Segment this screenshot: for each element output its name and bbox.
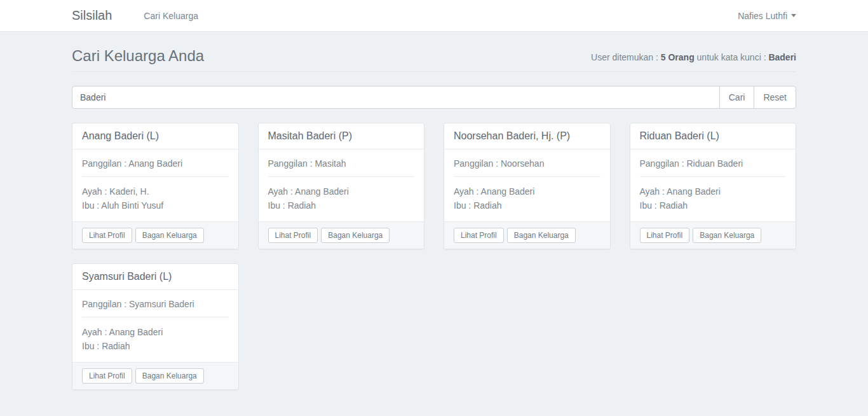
person-card-footer: Lihat Profil Bagan Keluarga (444, 221, 610, 249)
person-mother: Ibu : Radiah (268, 198, 415, 212)
result-count: 5 Orang (661, 52, 695, 62)
person-nickname: Panggilan : Anang Baderi (82, 158, 229, 169)
user-menu-label: Nafies Luthfi (738, 11, 787, 21)
page-header: Cari Keluarga Anda User ditemukan : 5 Or… (72, 32, 796, 65)
navbar: Silsilah Cari Keluarga Nafies Luthfi (0, 0, 868, 32)
person-card: Noorsehan Baderi, Hj. (P) Panggilan : No… (444, 123, 611, 249)
person-card-body: Panggilan : Masitah Ayah : Anang Baderi … (259, 149, 424, 221)
person-mother: Ibu : Aluh Binti Yusuf (82, 198, 229, 212)
person-father: Ayah : Anang Baderi (82, 325, 229, 339)
person-card-footer: Lihat Profil Bagan Keluarga (72, 221, 238, 249)
person-card-title: Riduan Baderi (L) (630, 123, 796, 149)
person-father: Ayah : Anang Baderi (268, 184, 415, 198)
bagan-keluarga-button[interactable]: Bagan Keluarga (321, 228, 390, 243)
person-card-footer: Lihat Profil Bagan Keluarga (630, 221, 796, 249)
bagan-keluarga-button[interactable]: Bagan Keluarga (507, 228, 576, 243)
results-grid: Anang Baderi (L) Panggilan : Anang Bader… (72, 123, 796, 390)
person-father: Ayah : Anang Baderi (454, 184, 600, 198)
person-card-body: Panggilan : Riduan Baderi Ayah : Anang B… (630, 149, 796, 221)
card-body-divider (640, 176, 787, 177)
person-nickname: Panggilan : Riduan Baderi (640, 158, 787, 169)
lihat-profil-button[interactable]: Lihat Profil (82, 368, 132, 384)
person-card: Riduan Baderi (L) Panggilan : Riduan Bad… (630, 123, 797, 249)
search-form: Cari Reset (72, 86, 796, 109)
lihat-profil-button[interactable]: Lihat Profil (268, 228, 318, 243)
page-title: Cari Keluarga Anda (72, 47, 204, 65)
person-card-body: Panggilan : Anang Baderi Ayah : Kaderi, … (72, 149, 238, 221)
person-card-footer: Lihat Profil Bagan Keluarga (72, 362, 238, 389)
header-divider (72, 71, 796, 72)
person-mother: Ibu : Radiah (82, 339, 229, 353)
person-nickname: Panggilan : Noorsehan (454, 158, 600, 169)
lihat-profil-button[interactable]: Lihat Profil (82, 228, 132, 243)
result-middle-text: untuk kata kunci : (695, 52, 769, 62)
bagan-keluarga-button[interactable]: Bagan Keluarga (693, 228, 761, 243)
brand-logo[interactable]: Silsilah (72, 8, 112, 23)
cari-button[interactable]: Cari (719, 86, 755, 109)
card-body-divider (82, 317, 229, 317)
result-keyword: Baderi (768, 52, 796, 62)
person-nickname: Panggilan : Syamsuri Baderi (82, 299, 229, 309)
person-card-body: Panggilan : Syamsuri Baderi Ayah : Anang… (72, 290, 238, 362)
bagan-keluarga-button[interactable]: Bagan Keluarga (135, 228, 204, 243)
person-card-footer: Lihat Profil Bagan Keluarga (259, 221, 424, 249)
person-card-body: Panggilan : Noorsehan Ayah : Anang Bader… (444, 149, 610, 221)
person-mother: Ibu : Radiah (640, 198, 787, 212)
person-card: Syamsuri Baderi (L) Panggilan : Syamsuri… (72, 263, 239, 390)
card-body-divider (268, 176, 415, 177)
card-body-divider (82, 176, 229, 177)
person-mother: Ibu : Radiah (454, 198, 600, 212)
caret-down-icon (791, 14, 796, 17)
person-father: Ayah : Anang Baderi (640, 184, 787, 198)
result-prefix-text: User ditemukan : (591, 52, 661, 62)
person-card-title: Anang Baderi (L) (72, 123, 238, 149)
person-card-title: Syamsuri Baderi (L) (72, 264, 238, 290)
person-card: Anang Baderi (L) Panggilan : Anang Bader… (72, 123, 239, 249)
person-card-title: Noorsehan Baderi, Hj. (P) (444, 123, 610, 149)
lihat-profil-button[interactable]: Lihat Profil (454, 228, 504, 243)
lihat-profil-button[interactable]: Lihat Profil (640, 228, 690, 243)
person-card: Masitah Baderi (P) Panggilan : Masitah A… (258, 123, 425, 249)
person-card-title: Masitah Baderi (P) (259, 123, 424, 149)
nav-item-cari-keluarga[interactable]: Cari Keluarga (144, 11, 198, 21)
bagan-keluarga-button[interactable]: Bagan Keluarga (135, 368, 204, 384)
person-nickname: Panggilan : Masitah (268, 158, 415, 169)
user-menu-dropdown[interactable]: Nafies Luthfi (738, 11, 796, 21)
person-father: Ayah : Kaderi, H. (82, 184, 229, 198)
search-result-summary: User ditemukan : 5 Orang untuk kata kunc… (591, 52, 796, 65)
reset-button[interactable]: Reset (754, 86, 796, 109)
search-input[interactable] (72, 86, 720, 109)
card-body-divider (454, 176, 600, 177)
